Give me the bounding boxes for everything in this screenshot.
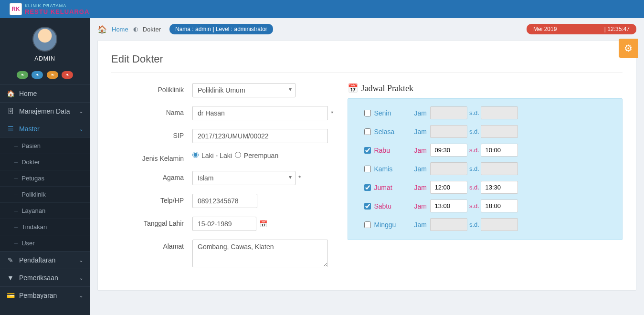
radio-laki[interactable] bbox=[192, 152, 199, 158]
tgl-lahir-input[interactable] bbox=[192, 217, 256, 231]
home-icon: 🏠 bbox=[7, 90, 14, 97]
sidebar-subitem-poliklinik[interactable]: –Poliklinik bbox=[0, 186, 90, 202]
chevron-down-icon: ⌄ bbox=[79, 126, 83, 132]
day-label: Minggu bbox=[374, 221, 396, 229]
time-from-input[interactable] bbox=[430, 144, 467, 157]
calendar-icon[interactable]: 📅 bbox=[259, 220, 267, 228]
form-column: Poliklinik Nama * SIP bbox=[111, 83, 333, 276]
sidebar-subitem-pasien[interactable]: –Pasien bbox=[0, 137, 90, 154]
breadcrumb-row: 🏠 Home ◐ Dokter Nama : admin | Level : a… bbox=[97, 24, 636, 34]
sidebar-item-pembayaran[interactable]: 💳 Pembayaran ⌄ bbox=[0, 286, 90, 304]
time-from-input bbox=[430, 125, 467, 138]
brand-title: RESTU KELUARGA bbox=[25, 8, 89, 15]
jadwal-row: SelasaJams.d. bbox=[364, 125, 613, 138]
sidebar-item-manajemen-data[interactable]: 🗄 Manajemen Data ⌄ bbox=[0, 102, 90, 120]
day-checkbox[interactable] bbox=[364, 203, 371, 210]
radio-perempuan-wrapper[interactable]: Perempuan bbox=[235, 152, 278, 159]
sd-label: s.d. bbox=[467, 221, 481, 228]
telp-input[interactable] bbox=[192, 194, 257, 208]
breadcrumb-separator-icon: ◐ bbox=[133, 26, 138, 32]
sidebar-item-master[interactable]: ☰ Master ⌄ bbox=[0, 120, 90, 137]
agama-select[interactable] bbox=[192, 171, 296, 185]
day-checkbox-wrapper[interactable]: Sabtu bbox=[364, 202, 414, 210]
alamat-textarea[interactable] bbox=[192, 240, 328, 267]
day-checkbox-wrapper[interactable]: Rabu bbox=[364, 147, 414, 154]
day-checkbox[interactable] bbox=[364, 184, 371, 191]
sd-label: s.d. bbox=[467, 147, 481, 154]
username: ADMIN bbox=[0, 55, 90, 62]
jadwal-row: KamisJams.d. bbox=[364, 162, 613, 175]
time-to-input bbox=[481, 106, 518, 119]
leaf-icon[interactable]: ❧ bbox=[17, 71, 28, 79]
sidebar-item-home[interactable]: 🏠 Home bbox=[0, 84, 90, 102]
day-label: Sabtu bbox=[374, 202, 391, 210]
sip-input[interactable] bbox=[192, 129, 328, 143]
time-from-input[interactable] bbox=[430, 181, 467, 194]
day-checkbox[interactable] bbox=[364, 128, 371, 135]
time-to-input[interactable] bbox=[481, 181, 518, 194]
breadcrumb-current: Dokter bbox=[143, 26, 161, 33]
jam-label: Jam bbox=[414, 184, 430, 191]
time-to-input[interactable] bbox=[481, 200, 518, 212]
home-icon: 🏠 bbox=[97, 25, 107, 34]
time-from-input[interactable] bbox=[430, 200, 467, 212]
label-alamat: Alamat bbox=[111, 240, 192, 250]
user-block: ADMIN bbox=[0, 18, 90, 66]
sidebar-subitem-petugas[interactable]: –Petugas bbox=[0, 170, 90, 186]
top-bar: RK KLINIK PRATAMA RESTU KELUARGA bbox=[0, 0, 644, 18]
sidebar-subitem-layanan[interactable]: –Layanan bbox=[0, 202, 90, 219]
day-checkbox[interactable] bbox=[364, 166, 371, 172]
leaf-icon[interactable]: ❧ bbox=[62, 71, 73, 79]
jam-label: Jam bbox=[414, 128, 430, 136]
sidebar-subitem-dokter[interactable]: –Dokter bbox=[0, 154, 90, 170]
required-mark: * bbox=[298, 174, 301, 182]
brand-subtitle: KLINIK PRATAMA bbox=[25, 3, 89, 8]
filter-icon: ▼ bbox=[7, 274, 14, 282]
gear-icon: ⚙ bbox=[624, 42, 633, 54]
label-nama: Nama bbox=[111, 106, 192, 116]
jadwal-row: MingguJams.d. bbox=[364, 218, 613, 231]
day-label: Selasa bbox=[374, 128, 394, 136]
day-checkbox[interactable] bbox=[364, 110, 371, 116]
time-from-input bbox=[430, 162, 467, 175]
radio-perempuan[interactable] bbox=[235, 152, 241, 158]
radio-laki-wrapper[interactable]: Laki - Laki bbox=[192, 152, 232, 159]
day-checkbox-wrapper[interactable]: Senin bbox=[364, 109, 414, 117]
status-pills: ❧ ❧ ❧ ❧ bbox=[0, 66, 90, 84]
sidebar-item-label: Master bbox=[19, 125, 40, 133]
day-checkbox[interactable] bbox=[364, 147, 371, 154]
poliklinik-select[interactable] bbox=[192, 83, 296, 97]
list-icon: ☰ bbox=[7, 125, 14, 133]
jam-label: Jam bbox=[414, 165, 430, 173]
day-checkbox-wrapper[interactable]: Selasa bbox=[364, 128, 414, 136]
breadcrumb-home[interactable]: Home bbox=[112, 26, 128, 33]
day-checkbox-wrapper[interactable]: Jumat bbox=[364, 184, 414, 191]
jam-label: Jam bbox=[414, 147, 430, 154]
day-checkbox-wrapper[interactable]: Minggu bbox=[364, 221, 414, 229]
time-to-input bbox=[481, 125, 518, 138]
time-to-input[interactable] bbox=[481, 144, 518, 157]
jam-label: Jam bbox=[414, 221, 430, 229]
sd-label: s.d. bbox=[467, 165, 481, 172]
avatar bbox=[32, 27, 57, 52]
drive-icon: 🗄 bbox=[7, 107, 14, 115]
sidebar-item-pendaftaran[interactable]: ✎ Pendaftaran ⌄ bbox=[0, 251, 90, 269]
sidebar-subitem-user[interactable]: –User bbox=[0, 235, 90, 251]
leaf-icon[interactable]: ❧ bbox=[47, 71, 58, 79]
logo-badge: RK bbox=[10, 3, 22, 15]
label-tgl-lahir: Tanggal Lahir bbox=[111, 217, 192, 227]
day-label: Jumat bbox=[374, 184, 392, 191]
calendar-icon: 📅 bbox=[348, 83, 358, 94]
nama-input[interactable] bbox=[192, 106, 328, 120]
jadwal-row: SeninJams.d. bbox=[364, 106, 613, 119]
sidebar-item-label: Pemeriksaan bbox=[19, 274, 58, 282]
jadwal-row: JumatJams.d. bbox=[364, 181, 613, 194]
sidebar-subitem-tindakan[interactable]: –Tindakan bbox=[0, 219, 90, 235]
sidebar-item-pemeriksaan[interactable]: ▼ Pemeriksaan ⌄ bbox=[0, 269, 90, 286]
day-checkbox-wrapper[interactable]: Kamis bbox=[364, 165, 414, 173]
day-checkbox[interactable] bbox=[364, 221, 371, 228]
leaf-icon[interactable]: ❧ bbox=[32, 71, 43, 79]
label-telp: Telp/HP bbox=[111, 194, 192, 204]
jadwal-heading: 📅 Jadwal Praktek bbox=[348, 83, 623, 94]
settings-button[interactable]: ⚙ bbox=[619, 39, 638, 58]
